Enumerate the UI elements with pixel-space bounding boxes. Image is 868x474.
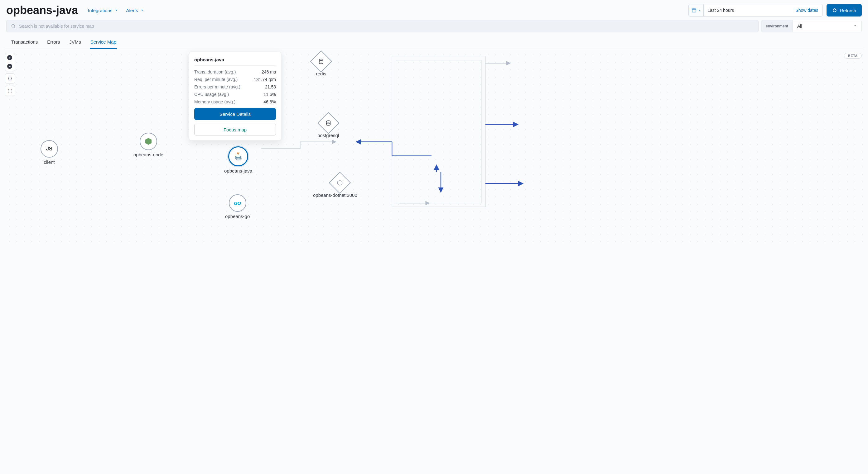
chevron-down-icon — [140, 8, 144, 12]
svg-point-23 — [236, 156, 241, 157]
svg-rect-21 — [396, 60, 482, 203]
svg-point-11 — [8, 90, 9, 90]
page-title: opbeans-java — [6, 4, 78, 17]
hexagon-icon — [337, 180, 343, 186]
tab-errors[interactable]: Errors — [46, 37, 61, 49]
svg-point-18 — [10, 92, 10, 93]
svg-point-4 — [12, 25, 14, 27]
svg-point-25 — [236, 159, 240, 160]
java-cup-icon — [234, 152, 243, 161]
zoom-out-button[interactable]: − — [5, 62, 14, 71]
refresh-button[interactable]: Refresh — [827, 4, 862, 16]
svg-point-16 — [11, 91, 11, 91]
chevron-down-icon — [698, 9, 701, 12]
node-redis[interactable]: redis — [313, 54, 329, 76]
postgresql-icon — [317, 112, 339, 134]
show-dates-link[interactable]: Show dates — [791, 4, 823, 16]
integrations-link[interactable]: Integrations — [88, 8, 119, 13]
metric-value: 46.6% — [264, 99, 276, 104]
node-opbeans-dotnet-label: opbeans-dotnet:3000 — [313, 193, 357, 198]
crosshair-icon — [7, 76, 12, 81]
svg-rect-20 — [392, 56, 486, 207]
svg-point-14 — [8, 91, 9, 91]
recenter-button[interactable] — [5, 73, 15, 83]
svg-marker-28 — [337, 180, 342, 185]
service-popover: opbeans-java Trans. duration (avg.) 246 … — [189, 52, 281, 141]
focus-map-button[interactable]: Focus map — [194, 124, 276, 135]
java-icon — [228, 146, 248, 166]
refresh-label: Refresh — [840, 8, 856, 13]
date-picker[interactable]: Last 24 hours Show dates — [688, 4, 823, 16]
service-map-canvas[interactable]: BETA + − — [4, 49, 864, 248]
node-opbeans-node-label: opbeans-node — [133, 152, 163, 157]
node-opbeans-dotnet[interactable]: opbeans-dotnet:3000 — [322, 175, 357, 198]
svg-point-27 — [326, 121, 330, 123]
tab-jvms[interactable]: JVMs — [69, 37, 82, 49]
metric-label: Memory usage (avg.) — [194, 99, 236, 104]
search-icon — [11, 24, 16, 29]
popover-title: opbeans-java — [194, 57, 276, 66]
metric-label: Req. per minute (avg.) — [194, 77, 238, 82]
go-icon-text: GO — [234, 201, 241, 206]
popover-metric-row: Memory usage (avg.) 46.6% — [194, 99, 276, 104]
metric-value: 246 ms — [261, 69, 276, 74]
tab-transactions[interactable]: Transactions — [10, 37, 38, 49]
metric-label: Errors per minute (avg.) — [194, 84, 240, 90]
metric-label: Trans. duration (avg.) — [194, 69, 236, 74]
environment-label: environment — [762, 20, 793, 32]
zoom-in-button[interactable]: + — [5, 53, 14, 62]
service-details-button[interactable]: Service Details — [194, 108, 276, 120]
popover-metric-row: CPU usage (avg.) 11.6% — [194, 92, 276, 97]
redis-icon — [310, 50, 332, 73]
date-range-text[interactable]: Last 24 hours — [704, 4, 791, 16]
node-client[interactable]: JS client — [40, 140, 58, 165]
node-postgresql[interactable]: postgresql — [317, 115, 339, 138]
svg-point-13 — [11, 90, 11, 90]
tabs: Transactions Errors JVMs Service Map — [0, 35, 868, 49]
svg-point-6 — [8, 77, 11, 80]
js-icon: JS — [46, 146, 53, 152]
metric-label: CPU usage (avg.) — [194, 92, 229, 97]
metric-value: 21.53 — [265, 84, 276, 90]
calendar-quick-select[interactable] — [689, 4, 704, 16]
integrations-label: Integrations — [88, 8, 112, 13]
grid-icon — [7, 89, 12, 94]
svg-point-19 — [11, 92, 11, 93]
chevron-down-icon — [854, 24, 857, 29]
chevron-down-icon — [114, 8, 119, 12]
service-map-edges — [4, 49, 864, 248]
environment-value[interactable]: All — [793, 20, 862, 32]
svg-point-24 — [235, 157, 242, 159]
node-opbeans-java[interactable]: opbeans-java — [224, 146, 252, 173]
popover-metric-row: Trans. duration (avg.) 246 ms — [194, 69, 276, 74]
svg-rect-0 — [692, 9, 696, 12]
popover-metric-row: Errors per minute (avg.) 21.53 — [194, 84, 276, 90]
node-opbeans-java-label: opbeans-java — [224, 168, 252, 173]
grid-button[interactable] — [5, 86, 15, 96]
metric-value: 131.74 rpm — [254, 77, 276, 82]
search-input: Search is not available for service map — [6, 20, 758, 32]
search-placeholder: Search is not available for service map — [19, 24, 94, 29]
nodejs-icon — [140, 133, 157, 150]
metric-value: 11.6% — [264, 92, 276, 97]
go-icon: GO — [229, 194, 246, 212]
popover-metric-row: Req. per minute (avg.) 131.74 rpm — [194, 77, 276, 82]
map-toolbar: + − — [5, 53, 15, 96]
node-client-label: client — [44, 160, 55, 165]
svg-point-12 — [10, 90, 10, 90]
beta-badge: BETA — [844, 53, 862, 59]
svg-point-15 — [10, 91, 10, 91]
alerts-label: Alerts — [126, 8, 138, 13]
node-opbeans-node[interactable]: opbeans-node — [133, 133, 163, 157]
refresh-icon — [832, 8, 837, 13]
node-opbeans-go-label: opbeans-go — [225, 214, 250, 219]
node-opbeans-go[interactable]: GO opbeans-go — [225, 194, 250, 219]
environment-value-text: All — [797, 24, 802, 29]
database-icon — [318, 58, 324, 64]
alerts-link[interactable]: Alerts — [126, 8, 144, 13]
environment-picker[interactable]: environment All — [761, 20, 862, 32]
svg-point-17 — [8, 92, 9, 93]
svg-marker-22 — [145, 138, 152, 145]
dotnet-icon — [329, 172, 351, 194]
tab-service-map[interactable]: Service Map — [90, 37, 117, 49]
